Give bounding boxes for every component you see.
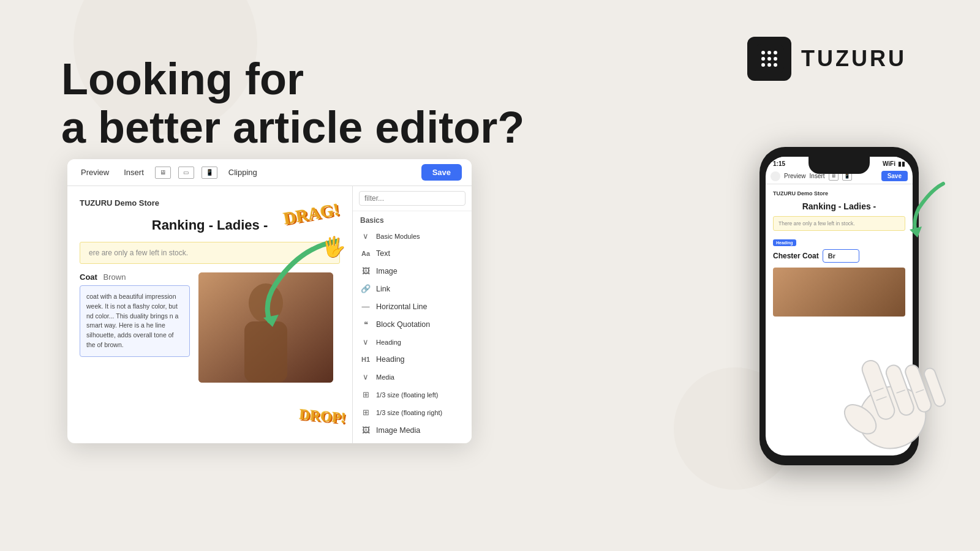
chevron-icon: ∨ xyxy=(360,231,371,241)
desktop-editor-mockup: Preview Insert 🖥 ▭ 📱 Clipping Save TUZUR… xyxy=(67,159,472,443)
tablet-icon: ▭ xyxy=(178,167,194,179)
phone-article-title: Ranking - Ladies - xyxy=(773,201,905,211)
phone-save-btn[interactable]: Save xyxy=(881,171,908,181)
product-image xyxy=(198,272,333,383)
float-right-item[interactable]: ⊞ 1/3 size (floating right) xyxy=(353,403,472,421)
phone-notice: There are only a few left in stock. xyxy=(773,216,905,231)
preview-button[interactable]: Preview xyxy=(77,165,113,179)
svg-point-3 xyxy=(774,51,777,54)
logo-icon xyxy=(747,37,791,81)
phone-product-input[interactable]: Br xyxy=(823,249,859,263)
float-left-icon: ⊞ xyxy=(360,390,371,399)
image-module-item[interactable]: 🖼 Image xyxy=(353,262,472,280)
basic-modules-subsection[interactable]: ∨ Basic Modules xyxy=(353,227,472,245)
image-icon: 🖼 xyxy=(360,266,371,276)
phone-heading-badge: Heading xyxy=(773,239,796,246)
phone-content: TUZURU Demo Store Ranking - Ladies - The… xyxy=(766,184,913,323)
svg-rect-12 xyxy=(244,321,287,383)
phone-product-row: Heading Chester Coat Br xyxy=(773,236,905,263)
svg-rect-20 xyxy=(923,367,947,408)
image-media-icon: 🖼 xyxy=(360,425,371,435)
save-button[interactable]: Save xyxy=(421,164,462,181)
phone-screen: 1:15 WiFi ▮▮ Preview Insert 🖥 📱 Save TUZ… xyxy=(766,157,913,455)
phone-product-image xyxy=(773,268,905,317)
horizontal-line-icon: — xyxy=(360,302,371,311)
svg-point-11 xyxy=(249,283,283,323)
desktop-icon: 🖥 xyxy=(155,167,171,179)
phone-notch xyxy=(809,157,870,174)
basics-section-title: Basics xyxy=(353,211,472,227)
image-media-item[interactable]: 🖼 Image Media xyxy=(353,421,472,439)
heading-subsection[interactable]: ∨ Heading xyxy=(353,333,472,351)
drop-label: DROP! xyxy=(299,407,347,427)
svg-point-8 xyxy=(767,63,771,67)
product-label: Coat Brown xyxy=(80,272,190,282)
product-description: coat with a beautiful impression week. I… xyxy=(80,285,190,357)
editor-toolbar: Preview Insert 🖥 ▭ 📱 Clipping Save xyxy=(67,159,472,186)
text-icon: Aa xyxy=(360,250,371,257)
svg-line-25 xyxy=(916,389,924,392)
mobile-mockup-wrapper: 1:15 WiFi ▮▮ Preview Insert 🖥 📱 Save TUZ… xyxy=(760,147,931,465)
svg-point-7 xyxy=(761,63,765,67)
filter-input[interactable] xyxy=(359,191,466,206)
svg-point-2 xyxy=(767,51,771,54)
link-module-item[interactable]: 🔗 Link xyxy=(353,280,472,298)
editor-body: TUZURU Demo Store Ranking - Ladies - ere… xyxy=(67,186,472,443)
chevron-media-icon: ∨ xyxy=(360,372,371,381)
modules-panel[interactable]: Basics ∨ Basic Modules Aa Text 🖼 Image 🔗… xyxy=(352,186,472,443)
link-icon: 🔗 xyxy=(360,284,371,293)
quote-icon: ❝ xyxy=(360,320,371,329)
block-quotation-item[interactable]: ❝ Block Quotation xyxy=(353,315,472,333)
media-subsection[interactable]: ∨ Media xyxy=(353,368,472,386)
insert-button[interactable]: Insert xyxy=(120,165,148,179)
svg-point-4 xyxy=(761,57,765,61)
notice-bar: ere are only a few left in stock. xyxy=(80,242,340,264)
battery-icon: ▮▮ xyxy=(898,160,905,167)
headline-line1: Looking for xyxy=(61,54,304,103)
horizontal-line-item[interactable]: — Horizontal Line xyxy=(353,298,472,315)
phone-preview-btn[interactable]: Preview xyxy=(784,173,806,179)
float-left-item[interactable]: ⊞ 1/3 size (floating left) xyxy=(353,386,472,403)
clipping-button[interactable]: Clipping xyxy=(225,165,261,179)
headline-line2: a better article editor? xyxy=(61,103,524,152)
wifi-icon: WiFi xyxy=(883,160,895,167)
svg-point-6 xyxy=(774,57,777,61)
text-module-item[interactable]: Aa Text xyxy=(353,245,472,262)
headline: Looking for a better article editor? xyxy=(61,55,524,152)
logo-area: TUZURU xyxy=(747,37,907,81)
h1-icon: H1 xyxy=(360,356,371,363)
phone-circle-icon xyxy=(771,171,780,181)
product-row: Coat Brown coat with a beautiful impress… xyxy=(80,272,340,383)
heading-h1-item[interactable]: H1 Heading xyxy=(353,351,472,368)
phone-store-name: TUZURU Demo Store xyxy=(773,190,905,197)
svg-point-9 xyxy=(774,63,777,67)
chevron-heading-icon: ∨ xyxy=(360,337,371,347)
panel-filter-area xyxy=(353,186,472,211)
brand-name: TUZURU xyxy=(801,46,907,72)
phone-product-title: Chester Coat xyxy=(773,252,819,260)
svg-point-5 xyxy=(767,57,771,61)
editor-content-area: TUZURU Demo Store Ranking - Ladies - ere… xyxy=(67,186,352,443)
notice-text: ere are only a few left in stock. xyxy=(89,249,188,257)
svg-point-1 xyxy=(761,51,765,54)
phone-shell: 1:15 WiFi ▮▮ Preview Insert 🖥 📱 Save TUZ… xyxy=(760,147,919,465)
phone-time: 1:15 xyxy=(773,160,785,167)
mobile-icon: 📱 xyxy=(202,167,217,179)
float-right-icon: ⊞ xyxy=(360,408,371,417)
